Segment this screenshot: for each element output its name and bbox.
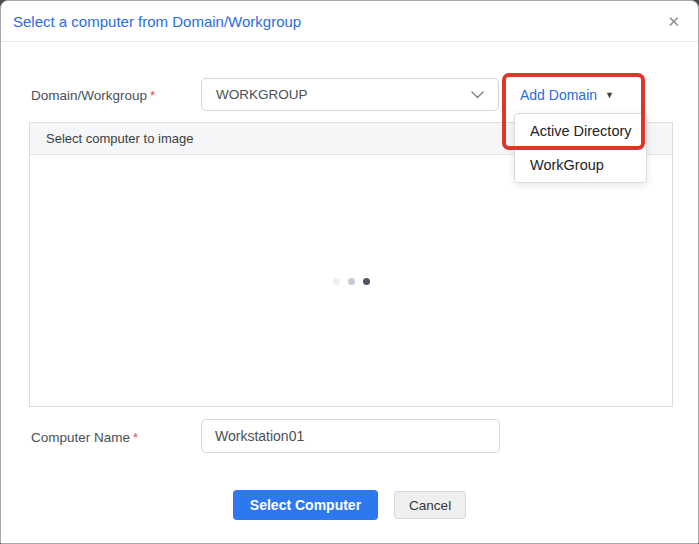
computer-name-label: Computer Name* bbox=[31, 430, 138, 445]
loading-dot bbox=[333, 278, 340, 285]
dialog-footer: Select Computer Cancel bbox=[1, 490, 698, 520]
domain-workgroup-select[interactable]: WORKGROUP bbox=[201, 78, 499, 111]
domain-workgroup-label-text: Domain/Workgroup bbox=[31, 88, 147, 103]
domain-workgroup-selected-value: WORKGROUP bbox=[216, 87, 308, 102]
loading-dot bbox=[363, 278, 370, 285]
menu-item-workgroup[interactable]: WorkGroup bbox=[515, 148, 646, 182]
domain-workgroup-label: Domain/Workgroup* bbox=[31, 88, 155, 103]
cancel-button[interactable]: Cancel bbox=[394, 491, 466, 519]
loading-spinner-dots bbox=[333, 278, 370, 285]
required-asterisk: * bbox=[150, 88, 155, 103]
computer-list-panel-body bbox=[30, 155, 672, 407]
close-icon[interactable]: ✕ bbox=[667, 14, 680, 29]
add-domain-label: Add Domain bbox=[520, 87, 597, 103]
menu-item-active-directory[interactable]: Active Directory bbox=[515, 114, 646, 148]
caret-down-icon: ▼ bbox=[605, 91, 614, 100]
required-asterisk: * bbox=[133, 430, 138, 445]
computer-name-input[interactable] bbox=[201, 419, 500, 453]
loading-dot bbox=[348, 278, 355, 285]
chevron-down-icon bbox=[471, 91, 484, 99]
select-computer-button[interactable]: Select Computer bbox=[233, 490, 378, 520]
dialog-title: Select a computer from Domain/Workgroup bbox=[13, 13, 301, 30]
computer-name-label-text: Computer Name bbox=[31, 430, 130, 445]
select-computer-dialog: Select a computer from Domain/Workgroup … bbox=[0, 0, 699, 544]
add-domain-button[interactable]: Add Domain ▼ bbox=[520, 87, 614, 103]
add-domain-menu: Active Directory WorkGroup bbox=[514, 113, 647, 183]
dialog-titlebar: Select a computer from Domain/Workgroup … bbox=[1, 1, 698, 42]
